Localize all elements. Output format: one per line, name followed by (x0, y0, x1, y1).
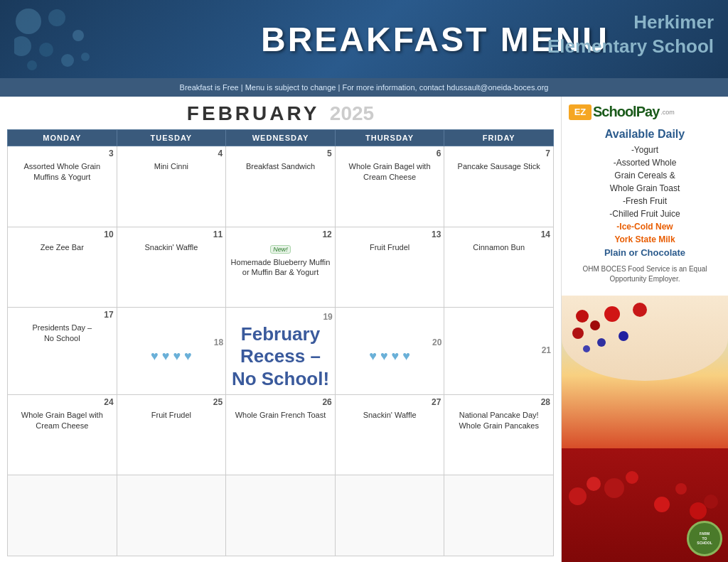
cell-thu-20: 20 ♥ ♥ ♥ ♥ (335, 308, 444, 395)
cell-tue-25: 25 Fruit Frudel (117, 394, 226, 475)
menu-mon-17: Presidents Day –No School (11, 323, 114, 344)
svg-point-7 (27, 60, 37, 70)
hearts-20: ♥ ♥ ♥ ♥ (338, 349, 442, 364)
sidebar: EZ SchoolPay .com Available Daily -Yogur… (561, 97, 728, 562)
cell-empty-4 (335, 475, 444, 556)
week-5 (8, 475, 554, 556)
menu-mon-10: Zee Zee Bar (11, 242, 114, 253)
available-item-4: Whole Grain Toast (574, 182, 715, 195)
cell-empty-3 (226, 475, 336, 556)
month-name: FEBRUARY (187, 102, 320, 124)
col-friday: FRIDAY (444, 130, 554, 146)
school-name-line2: Elementary School (547, 35, 714, 59)
week-2: 10 Zee Zee Bar 11 Snackin' Waffle 12 New… (8, 227, 554, 308)
cell-tue-18: 18 ♥ ♥ ♥ ♥ (117, 308, 226, 395)
farm-badge-text: FARMTOSCHOOL (697, 531, 712, 546)
menu-mon-3: Assorted Whole Grain Muffins & Yogurt (11, 161, 114, 183)
week-3-recess: 17 Presidents Day –No School 18 ♥ ♥ ♥ ♥ … (8, 308, 554, 395)
cell-empty-5 (444, 475, 554, 556)
cell-fri-14: 14 Cinnamon Bun (444, 227, 554, 308)
svg-point-6 (61, 54, 74, 67)
info-bar-text: Breakfast is Free | Menu is subject to c… (180, 83, 549, 92)
ez-school-pay-text: SchoolPay (593, 104, 659, 120)
cell-wed-12: 12 New! Homemade Blueberry Muffin or Muf… (226, 227, 336, 308)
recess-text: February Recess – No School! (228, 323, 333, 390)
cell-empty-1 (8, 475, 117, 556)
available-item-7: -Ice-Cold New (574, 220, 715, 233)
month-year: 2025 (330, 102, 374, 124)
cell-thu-13: 13 Fruit Frudel (335, 227, 444, 308)
ez-box: EZ (569, 104, 592, 120)
main-content: FEBRUARY 2025 MONDAY TUESDAY WEDNESDAY T… (0, 97, 728, 562)
hearts-18: ♥ ♥ ♥ ♥ (119, 349, 224, 364)
cell-thu-27: 27 Snackin' Waffle (335, 394, 444, 475)
menu-fri-7: Pancake Sausage Stick (447, 161, 550, 172)
col-tuesday: TUESDAY (117, 130, 226, 146)
menu-wed-12: Homemade Blueberry Muffin or Muffin Bar … (229, 257, 332, 279)
menu-tue-11: Snackin' Waffle (120, 242, 223, 253)
sidebar-top: EZ SchoolPay .com Available Daily -Yogur… (562, 97, 728, 296)
cell-wed-5: 5 Breakfast Sandwich (226, 146, 336, 227)
page: BREAKFAST MENU Herkimer Elementary Schoo… (0, 0, 728, 562)
ohm-text: OHM BOCES Food Service is an Equal Oppor… (574, 264, 715, 284)
menu-thu-13: Fruit Frudel (338, 242, 441, 253)
school-name: Herkimer Elementary School (547, 11, 714, 59)
cell-fri-21: 21 (444, 308, 554, 395)
plain-or-chocolate: Plain or Chocolate (574, 246, 715, 260)
info-bar: Breakfast is Free | Menu is subject to c… (0, 78, 728, 97)
svg-point-4 (73, 30, 84, 41)
menu-thu-27: Snackin' Waffle (338, 410, 441, 421)
menu-thu-6: Whole Grain Bagel with Cream Cheese (338, 161, 441, 183)
available-item-3: Grain Cereals & (574, 169, 715, 182)
available-daily: Available Daily -Yogurt -Assorted Whole … (569, 124, 721, 288)
cell-fri-7: 7 Pancake Sausage Stick (444, 146, 554, 227)
header: BREAKFAST MENU Herkimer Elementary Schoo… (0, 0, 728, 78)
sidebar-image: FARMTOSCHOOL (562, 296, 728, 563)
farm-to-school-badge: FARMTOSCHOOL (687, 521, 722, 556)
available-item-2: -Assorted Whole (574, 156, 715, 169)
menu-mon-24: Whole Grain Bagel with Cream Cheese (11, 410, 114, 431)
svg-point-1 (48, 9, 65, 26)
cell-mon-10: 10 Zee Zee Bar (8, 227, 117, 308)
week-1: 3 Assorted Whole Grain Muffins & Yogurt … (8, 146, 554, 227)
month-header: FEBRUARY 2025 (7, 102, 554, 125)
cell-empty-2 (117, 475, 226, 556)
available-daily-title: Available Daily (574, 128, 715, 141)
available-item-5: -Fresh Fruit (574, 195, 715, 207)
available-item-6: -Chilled Fruit Juice (574, 207, 715, 220)
col-wednesday: WEDNESDAY (226, 130, 336, 146)
cell-wed-26: 26 Whole Grain French Toast (226, 394, 336, 475)
school-name-line1: Herkimer (547, 11, 714, 35)
col-monday: MONDAY (8, 130, 117, 146)
cell-mon-17: 17 Presidents Day –No School (8, 308, 117, 395)
menu-tue-4: Mini Cinni (120, 161, 223, 172)
cell-tue-4: 4 Mini Cinni (117, 146, 226, 227)
available-item-8: York State Milk (574, 233, 715, 246)
menu-tue-25: Fruit Frudel (120, 410, 223, 421)
svg-point-3 (39, 43, 53, 57)
cell-mon-3: 3 Assorted Whole Grain Muffins & Yogurt (8, 146, 117, 227)
new-badge: New! (270, 245, 291, 254)
menu-fri-28: National Pancake Day!Whole Grain Pancake… (447, 410, 550, 431)
svg-point-2 (14, 36, 31, 56)
week-4: 24 Whole Grain Bagel with Cream Cheese 2… (8, 394, 554, 475)
col-thursday: THURSDAY (335, 130, 444, 146)
cell-fri-28: 28 National Pancake Day!Whole Grain Panc… (444, 394, 554, 475)
calendar-area: FEBRUARY 2025 MONDAY TUESDAY WEDNESDAY T… (0, 97, 561, 562)
svg-point-0 (16, 9, 41, 34)
menu-wed-26: Whole Grain French Toast (229, 410, 332, 421)
cell-recess-main: 19 February Recess – No School! (226, 308, 336, 395)
cell-thu-6: 6 Whole Grain Bagel with Cream Cheese (335, 146, 444, 227)
menu-fri-14: Cinnamon Bun (447, 242, 550, 253)
calendar-table: MONDAY TUESDAY WEDNESDAY THURSDAY FRIDAY… (7, 129, 554, 556)
ez-com-text: .com (660, 109, 675, 116)
cell-mon-24: 24 Whole Grain Bagel with Cream Cheese (8, 394, 117, 475)
ez-logo: EZ SchoolPay .com (569, 104, 721, 120)
ez-text: EZ (574, 107, 587, 117)
svg-point-5 (81, 53, 90, 61)
available-item-1: -Yogurt (574, 144, 715, 156)
menu-wed-5: Breakfast Sandwich (229, 161, 332, 172)
cell-tue-11: 11 Snackin' Waffle (117, 227, 226, 308)
